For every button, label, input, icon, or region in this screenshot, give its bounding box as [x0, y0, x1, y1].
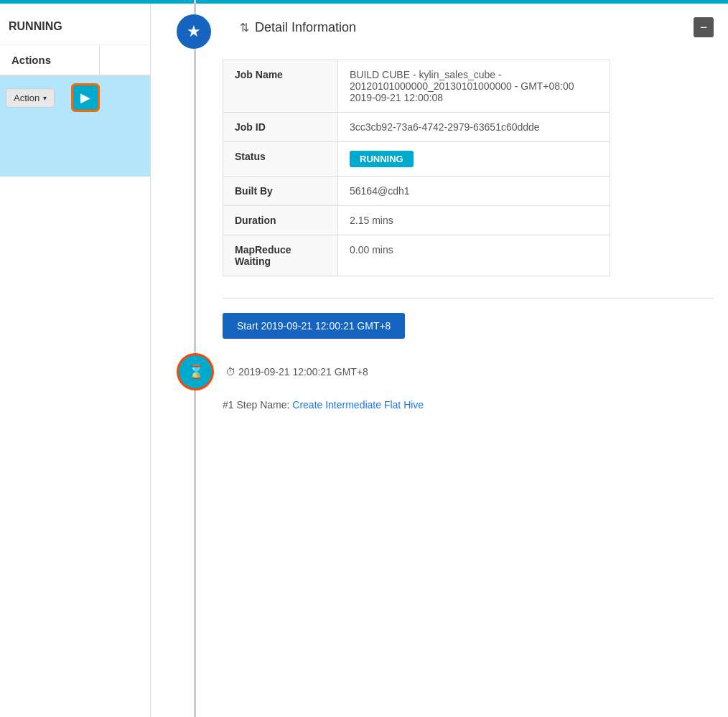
main-content: ★ ⇅ Detail Information − Job NameBUILD C… [151, 0, 728, 717]
start-banner: Start 2019-09-21 12:00:21 GMT+8 [223, 313, 405, 339]
table-row: Duration2.15 mins [223, 206, 610, 235]
detail-header-title: Detail Information [255, 20, 694, 35]
table-row: Job NameBUILD CUBE - kylin_sales_cube - … [223, 60, 610, 113]
minus-icon: − [700, 21, 708, 34]
action-caret: ▾ [43, 94, 47, 102]
timeline-bottom: Start 2019-09-21 12:00:21 GMT+8 ⌛ ⏱ 2019… [165, 313, 714, 411]
detail-header-row: ★ ⇅ Detail Information − [165, 14, 714, 49]
clock-icon: ⏱ [225, 366, 235, 378]
actions-label: Actions [0, 45, 100, 75]
actions-col2 [100, 45, 150, 75]
row-value: 0.00 mins [338, 235, 610, 276]
row-label: MapReduce Waiting [223, 235, 338, 276]
detail-header-icon: ⇅ [240, 21, 249, 34]
sidebar-status: RUNNING [0, 14, 150, 45]
detail-table-wrapper: Job NameBUILD CUBE - kylin_sales_cube - … [165, 60, 714, 276]
sidebar-blue-area [0, 119, 150, 177]
play-btn-wrapper: ▶ [60, 76, 111, 119]
row-value: 56164@cdh1 [338, 177, 610, 206]
step-circle: ⌛ [177, 353, 214, 390]
step-timestamp: 2019-09-21 12:00:21 GMT+8 [238, 366, 368, 378]
row-value: BUILD CUBE - kylin_sales_cube - 20120101… [338, 60, 610, 113]
table-row: StatusRUNNING [223, 142, 610, 177]
step-time: ⏱ 2019-09-21 12:00:21 GMT+8 [225, 366, 368, 378]
spinner-icon: ⌛ [188, 364, 202, 380]
step-name-prefix: #1 Step Name: [223, 399, 289, 411]
detail-table: Job NameBUILD CUBE - kylin_sales_cube - … [223, 60, 610, 276]
sidebar-actions-header: Actions [0, 45, 150, 75]
collapse-button[interactable]: − [694, 17, 714, 37]
action-row: Action ▾ ▶ [0, 75, 150, 119]
play-button[interactable]: ▶ [71, 83, 100, 112]
star-icon: ★ [187, 22, 201, 41]
status-badge: RUNNING [350, 151, 414, 167]
detail-header: ⇅ Detail Information − [240, 17, 714, 37]
row-label: Status [223, 142, 338, 177]
star-node: ★ [177, 14, 211, 49]
action-label: Action [14, 93, 39, 103]
row-label: Duration [223, 206, 338, 235]
step-name-row: #1 Step Name: Create Intermediate Flat H… [165, 399, 714, 411]
play-icon: ▶ [80, 90, 90, 106]
table-row: MapReduce Waiting0.00 mins [223, 235, 610, 276]
action-dropdown-button[interactable]: Action ▾ [6, 88, 55, 108]
row-value: 2.15 mins [338, 206, 610, 235]
row-label: Built By [223, 177, 338, 206]
sidebar: RUNNING Actions Action ▾ ▶ [0, 4, 151, 717]
row-value: RUNNING [338, 142, 610, 177]
row-label: Job Name [223, 60, 338, 113]
divider [223, 298, 714, 299]
row-label: Job ID [223, 113, 338, 142]
step-name-link[interactable]: Create Intermediate Flat Hive [292, 399, 424, 411]
table-row: Job ID3cc3cb92-73a6-4742-2979-63651c60dd… [223, 113, 610, 142]
timeline-step-row: ⌛ ⏱ 2019-09-21 12:00:21 GMT+8 [165, 353, 714, 390]
table-row: Built By56164@cdh1 [223, 177, 610, 206]
row-value: 3cc3cb92-73a6-4742-2979-63651c60ddde [338, 113, 610, 142]
